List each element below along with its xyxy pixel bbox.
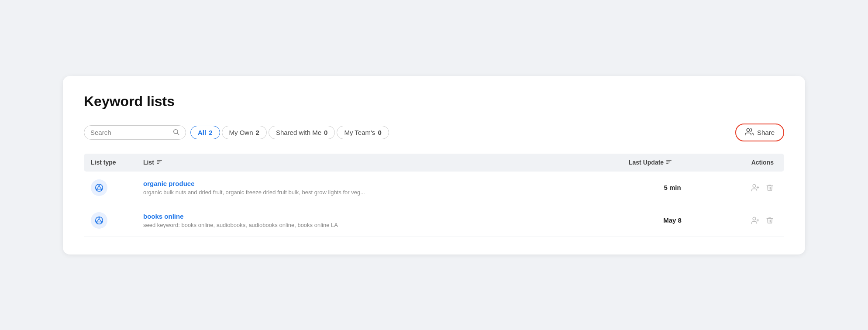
last-update-books: May 8 [629,217,716,224]
list-name-books[interactable]: books online [143,213,629,220]
list-info-organic: organic produce organic bulk nuts and dr… [143,180,629,196]
tab-teams-count: 0 [378,129,381,136]
add-person-button-organic[interactable] [751,183,760,192]
list-info-books: books online seed keyword: books online,… [143,213,629,228]
toolbar: All 2 My Own 2 Shared with Me 0 My Team'… [84,124,784,141]
filter-tab-shared-with-me[interactable]: Shared with Me 0 [269,126,335,139]
list-type-cell [91,179,143,196]
search-input[interactable] [90,129,169,136]
share-people-icon [745,127,754,138]
filter-tab-my-teams[interactable]: My Team's 0 [337,126,389,139]
list-type-icon [91,212,107,229]
svg-point-10 [98,184,100,186]
col-header-last-update: Last Update [629,159,716,166]
search-wrapper [84,125,186,140]
main-card: Keyword lists All 2 My Own 2 Share [63,76,805,254]
last-update-sort-icon[interactable] [666,159,672,166]
tab-all-count: 2 [209,129,212,136]
svg-line-14 [97,186,99,189]
share-button-label: Share [757,129,775,136]
table-row: organic produce organic bulk nuts and dr… [84,172,784,204]
col-header-actions: Actions [716,159,777,166]
svg-point-16 [753,184,756,187]
tab-all-label: All [198,129,206,136]
filter-tabs: All 2 My Own 2 Shared with Me 0 My Team'… [190,126,389,139]
svg-point-20 [98,217,100,218]
last-update-organic: 5 min [629,184,716,191]
table-container: List type List Last Update [84,154,784,237]
tab-teams-label: My Team's [344,129,375,136]
svg-line-13 [99,186,101,189]
svg-line-23 [99,218,101,221]
page-title: Keyword lists [84,93,784,110]
list-desc-books: seed keyword: books online, audiobooks, … [143,222,629,228]
filter-tab-all[interactable]: All 2 [190,126,220,139]
svg-line-24 [97,218,99,221]
table-header: List type List Last Update [84,154,784,172]
svg-point-2 [747,128,750,131]
share-button[interactable]: Share [735,124,784,141]
add-person-button-books[interactable] [751,216,760,225]
row-actions-organic [716,183,777,192]
tab-my-own-count: 2 [256,129,259,136]
delete-button-books[interactable] [766,217,774,224]
svg-point-26 [753,217,756,220]
row-actions-books [716,216,777,225]
list-desc-organic: organic bulk nuts and dried fruit, organ… [143,189,629,196]
tab-shared-label: Shared with Me [276,129,321,136]
search-icon [172,128,179,137]
list-type-icon [91,179,107,196]
table-row: books online seed keyword: books online,… [84,204,784,237]
filter-tab-my-own[interactable]: My Own 2 [222,126,267,139]
col-header-list: List [143,159,629,166]
list-sort-icon[interactable] [156,159,162,166]
list-name-organic[interactable]: organic produce [143,180,629,187]
tab-my-own-label: My Own [229,129,253,136]
delete-button-organic[interactable] [766,184,774,192]
svg-line-1 [177,133,179,135]
tab-shared-count: 0 [324,129,327,136]
col-header-list-type: List type [91,159,143,166]
list-type-cell [91,212,143,229]
